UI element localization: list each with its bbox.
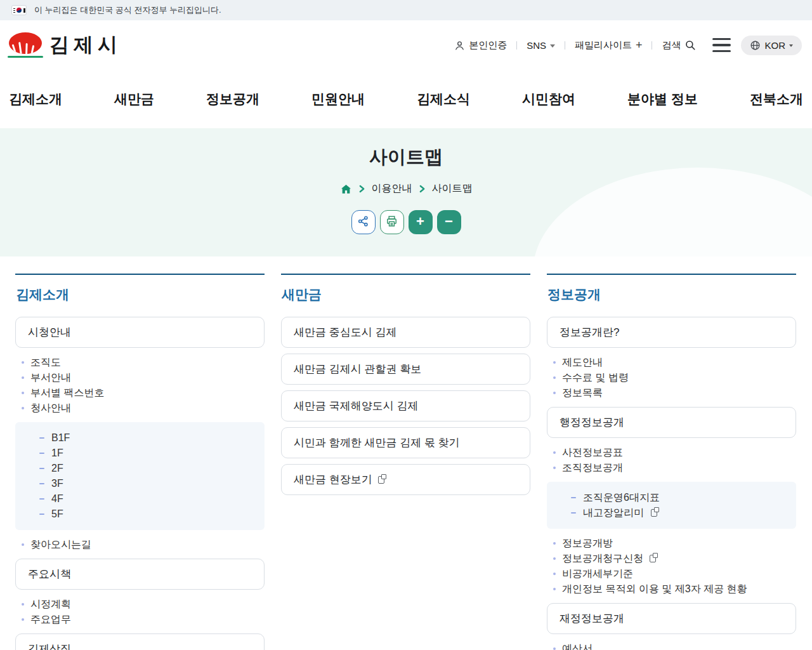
- nav-item-jeonbuk-intro[interactable]: 전북소개: [750, 90, 803, 108]
- category-label: 재정정보공개: [560, 611, 624, 626]
- submenu-link[interactable]: 내고장알리미: [547, 505, 796, 521]
- category-link[interactable]: 새만금 김제시 관할권 확보: [281, 354, 530, 385]
- menu-link[interactable]: 정보목록: [553, 385, 796, 401]
- menu-link[interactable]: 제도안내: [553, 355, 796, 370]
- submenu-link[interactable]: 4F: [15, 491, 265, 507]
- category-link[interactable]: 새만금 중심도시 김제: [281, 317, 530, 348]
- family-sites-menu[interactable]: 패밀리사이트: [575, 39, 643, 51]
- identity-verification-link[interactable]: 본인인증: [454, 39, 507, 51]
- submenu-link-label: 조직운영6대지표: [583, 490, 660, 505]
- menu-link[interactable]: 청사안내: [22, 401, 265, 416]
- all-menu-button[interactable]: [711, 36, 732, 55]
- language-label: KOR: [764, 40, 785, 51]
- submenu-link-label: 3F: [51, 476, 63, 491]
- site-logo[interactable]: 김제시: [8, 31, 122, 59]
- bullet-dot-icon: [553, 573, 556, 575]
- category-link[interactable]: 정보공개란?: [547, 317, 796, 348]
- sns-menu[interactable]: SNS: [527, 40, 555, 51]
- gimje-logo-icon: [8, 31, 43, 59]
- category-link[interactable]: 새만금 현장보기: [281, 464, 530, 495]
- category-link[interactable]: 주요시책: [15, 559, 265, 590]
- bullet-dot-icon: [553, 647, 556, 650]
- menu-link-label: 조직도: [30, 355, 61, 370]
- dash-icon: [39, 483, 44, 485]
- bullet-dot-icon: [22, 361, 24, 364]
- main-nav: 김제소개 새만금 정보공개 민원안내 김제소식 시민참여 분야별 정보 전북소개: [0, 70, 812, 128]
- category-link[interactable]: 행정정보공개: [547, 407, 796, 438]
- bullet-dot-icon: [22, 603, 24, 606]
- share-button[interactable]: [351, 210, 376, 234]
- caret-down-icon: [550, 44, 555, 48]
- gov-banner: 이 누리집은 대한민국 공식 전자정부 누리집입니다.: [0, 0, 812, 20]
- nav-item-field-info[interactable]: 분야별 정보: [627, 90, 698, 108]
- person-icon: [454, 40, 465, 51]
- submenu-link-label: B1F: [51, 430, 70, 446]
- bullet-dot-icon: [553, 376, 556, 379]
- search-label: 검색: [662, 39, 681, 51]
- bullet-dot-icon: [553, 542, 556, 545]
- submenu-link-label: 2F: [51, 461, 63, 476]
- breadcrumb: 이용안내 사이트맵: [0, 182, 812, 196]
- menu-link-label: 개인정보 목적외 이용 및 제3자 제공 현황: [562, 581, 747, 597]
- category-link[interactable]: 재정정보공개: [547, 603, 796, 634]
- page-title: 사이트맵: [0, 128, 812, 170]
- category-link[interactable]: 시민과 함께한 새만금 김제 몫 찾기: [281, 427, 530, 458]
- submenu-link[interactable]: 조직운영6대지표: [547, 490, 796, 505]
- category-link[interactable]: 시청안내: [15, 317, 265, 348]
- bullet-dot-icon: [22, 376, 24, 379]
- menu-link-label: 정보공개청구신청: [562, 551, 643, 566]
- font-zoom-out-button[interactable]: −: [437, 210, 461, 234]
- menu-link[interactable]: 수수료 및 법령: [553, 370, 796, 385]
- menu-list: 정보공개방정보공개청구신청비공개세부기준개인정보 목적외 이용 및 제3자 제공…: [553, 536, 796, 597]
- category-label: 시민과 함께한 새만금 김제 몫 찾기: [294, 435, 460, 450]
- menu-link-label: 정보목록: [562, 385, 603, 401]
- menu-link[interactable]: 정보공개청구신청: [553, 551, 796, 566]
- sitemap-columns: 김제소개시청안내조직도부서안내부서별 팩스번호청사안내B1F1F2F3F4F5F…: [0, 256, 812, 650]
- category-label: 행정정보공개: [560, 415, 624, 430]
- search-button[interactable]: 검색: [662, 39, 696, 51]
- bullet-dot-icon: [553, 451, 556, 454]
- menu-link[interactable]: 정보공개방: [553, 536, 796, 551]
- nav-item-gimje-intro[interactable]: 김제소개: [9, 90, 62, 108]
- font-zoom-in-button[interactable]: +: [409, 210, 433, 234]
- submenu-link[interactable]: 1F: [15, 446, 265, 461]
- nav-item-saemangeum[interactable]: 새만금: [114, 90, 154, 108]
- menu-link[interactable]: 조직도: [22, 355, 265, 370]
- menu-link[interactable]: 사전정보공표: [553, 445, 796, 460]
- category-label: 새만금 김제시 관할권 확보: [294, 362, 421, 376]
- nav-item-gimje-news[interactable]: 김제소식: [417, 90, 470, 108]
- nav-item-citizen-participation[interactable]: 시민참여: [522, 90, 575, 108]
- gov-banner-text: 이 누리집은 대한민국 공식 전자정부 누리집입니다.: [34, 4, 221, 16]
- menu-list: 제도안내수수료 및 법령정보목록: [553, 355, 796, 401]
- menu-link[interactable]: 주요업무: [22, 612, 265, 627]
- korean-flag-icon: [11, 5, 27, 15]
- home-icon[interactable]: [340, 183, 352, 195]
- language-selector[interactable]: KOR: [741, 36, 802, 55]
- submenu-group: B1F1F2F3F4F5F: [15, 422, 265, 530]
- dash-icon: [571, 497, 576, 499]
- menu-link[interactable]: 비공개세부기준: [553, 566, 796, 581]
- category-link[interactable]: 새만금 국제해양도시 김제: [281, 390, 530, 421]
- menu-link[interactable]: 개인정보 목적외 이용 및 제3자 제공 현황: [553, 581, 796, 597]
- menu-link-label: 찾아오시는길: [30, 537, 91, 552]
- breadcrumb-level1[interactable]: 이용안내: [372, 182, 412, 196]
- category-label: 새만금 중심도시 김제: [294, 325, 396, 340]
- submenu-link[interactable]: B1F: [15, 430, 265, 446]
- external-link-icon: [651, 509, 657, 517]
- menu-link[interactable]: 조직정보공개: [553, 460, 796, 475]
- submenu-link[interactable]: 3F: [15, 476, 265, 491]
- menu-link[interactable]: 예산서: [553, 641, 796, 650]
- dash-icon: [571, 512, 576, 514]
- category-label: 시청안내: [28, 325, 71, 340]
- nav-item-info-disclosure[interactable]: 정보공개: [206, 90, 259, 108]
- menu-link[interactable]: 시정계획: [22, 597, 265, 612]
- sitemap-column: 새만금새만금 중심도시 김제새만금 김제시 관할권 확보새만금 국제해양도시 김…: [281, 274, 530, 650]
- print-button[interactable]: [380, 210, 404, 234]
- menu-link[interactable]: 찾아오시는길: [22, 537, 265, 552]
- submenu-link[interactable]: 5F: [15, 507, 265, 522]
- submenu-link[interactable]: 2F: [15, 461, 265, 476]
- nav-item-civil-service[interactable]: 민원안내: [311, 90, 365, 108]
- menu-link[interactable]: 부서별 팩스번호: [22, 385, 265, 401]
- menu-link[interactable]: 부서안내: [22, 370, 265, 385]
- category-link[interactable]: 김제상징: [15, 633, 265, 650]
